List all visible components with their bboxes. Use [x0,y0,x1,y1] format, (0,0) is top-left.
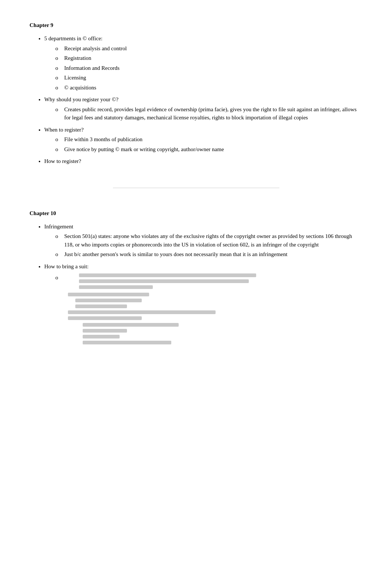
list-item: 5 departments in © office: Receipt analy… [44,34,362,92]
chapter9-list: 5 departments in © office: Receipt analy… [44,34,362,166]
item-label: 5 departments in © office: [44,35,103,41]
sub-item-text: Registration [64,55,91,61]
sub-list-item: Creates public record, provides legal ev… [55,105,362,122]
redacted-block [79,273,362,289]
sub-list: Section 501(a) states: anyone who violat… [55,232,362,259]
sub-list-item: Registration [55,54,362,62]
sub-list: Creates public record, provides legal ev… [55,105,362,122]
redacted-line [68,293,149,296]
redacted-deep-block [83,323,362,344]
redacted-line [83,323,179,327]
sub-item-text: Give notice by putting © mark or writing… [64,146,224,152]
sub-list-item: Just b/c another person's work is simila… [55,250,362,259]
sub-list: Receipt analysis and control Registratio… [55,44,362,92]
sub-list-item-redacted [55,273,362,344]
redacted-line [68,310,216,314]
sub-item-text: Receipt analysis and control [64,45,127,51]
redacted-line [75,299,142,302]
redacted-detail-block [68,310,362,344]
sub-list-item: Give notice by putting © mark or writing… [55,145,362,154]
sub-item-text: Information and Records [64,65,120,71]
redacted-subblock [68,293,362,344]
redacted-line [79,279,249,283]
chapter9-section: Chapter 9 5 departments in © office: Rec… [30,22,362,166]
sub-list-item: Receipt analysis and control [55,44,362,53]
page: Chapter 9 5 departments in © office: Rec… [0,0,392,575]
page-divider [113,188,279,188]
sub-item-text: File within 3 months of publication [64,136,142,142]
redacted-line [79,273,256,277]
sub-item-text: Licensing [64,75,86,81]
chapter10-list: Infringement Section 501(a) states: anyo… [44,222,362,345]
sub-list-item: © acquisitions [55,84,362,92]
list-item: How to bring a suit: [44,262,362,345]
redacted-line [83,335,120,338]
sub-list-item: Information and Records [55,64,362,72]
chapter9-title: Chapter 9 [30,22,362,28]
redacted-line [83,329,127,333]
sub-list-item: Section 501(a) states: anyone who violat… [55,232,362,249]
redacted-line [68,316,142,320]
list-item: How to register? [44,157,362,166]
sub-list: File within 3 months of publication Give… [55,135,362,153]
redacted-line [79,285,153,289]
sub-item-text: © acquisitions [64,85,96,91]
sub-item-text: Section 501(a) states: anyone who violat… [64,233,352,248]
list-item: Infringement Section 501(a) states: anyo… [44,222,362,259]
item-label: How to register? [44,158,81,164]
sub-list-item: Licensing [55,74,362,82]
redacted-line [75,304,127,308]
chapter10-title: Chapter 10 [30,210,362,217]
chapter10-section: Chapter 10 Infringement Section 501(a) s… [30,210,362,345]
list-item: Why should you register your ©? Creates … [44,95,362,122]
item-label: Infringement [44,224,73,229]
sub-item-text: Just b/c another person's work is simila… [64,251,288,257]
item-label: Why should you register your ©? [44,96,118,102]
sub-list-item: File within 3 months of publication [55,135,362,144]
sub-list-redacted [55,273,362,344]
redacted-line [83,341,171,344]
item-label: How to bring a suit: [44,263,89,269]
redacted-indent-block [75,299,362,308]
item-label: When to register? [44,127,84,133]
list-item: When to register? File within 3 months o… [44,126,362,154]
sub-item-text: Creates public record, provides legal ev… [64,106,357,121]
